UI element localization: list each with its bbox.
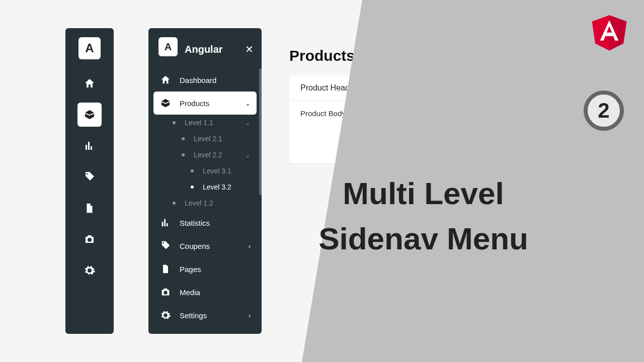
brand-logo[interactable]: A <box>158 37 178 56</box>
nav-label: Media <box>180 288 251 297</box>
sub-item-level-1-1[interactable]: Level 1.1 ⌄ <box>166 115 257 131</box>
nav-label: Statistics <box>180 219 251 227</box>
home-icon <box>84 77 96 89</box>
chevron-down-icon: ⌄ <box>245 151 251 159</box>
file-icon <box>84 202 95 215</box>
mini-item-products[interactable] <box>77 103 102 127</box>
camera-icon <box>159 287 172 298</box>
bullet-icon <box>173 202 176 205</box>
nav-label: Products <box>180 99 237 108</box>
part-number-badge: 2 <box>584 90 624 131</box>
bullet-icon <box>191 169 194 172</box>
nav-item-pages[interactable]: Pages <box>153 257 257 281</box>
headline-line-2: Sidenav Menu <box>318 216 528 261</box>
sidenav-collapsed: A <box>65 28 114 334</box>
mini-item-media[interactable] <box>77 227 102 251</box>
box-icon <box>84 109 96 121</box>
nav-label: Settings <box>180 311 240 320</box>
mini-item-pages[interactable] <box>77 196 102 220</box>
nav-item-media[interactable]: Media <box>153 281 257 304</box>
chart-icon <box>84 140 96 152</box>
mini-item-dashboard[interactable] <box>77 71 102 96</box>
nav-label: Coupens <box>180 242 240 250</box>
camera-icon <box>84 233 96 245</box>
nav-item-settings[interactable]: Settings › <box>153 304 257 327</box>
mini-item-settings[interactable] <box>77 258 102 283</box>
nav-item-coupens[interactable]: Coupens › <box>153 234 257 257</box>
file-icon <box>159 263 172 275</box>
brand-logo[interactable]: A <box>78 37 101 59</box>
home-icon <box>159 74 172 85</box>
gear-icon <box>159 310 172 321</box>
brand-title: Angular <box>185 44 238 55</box>
nav-item-products[interactable]: Products ⌄ <box>153 92 257 115</box>
promo-headline: Multi Level Sidenav Menu <box>318 171 528 261</box>
sub-item-level-2-2[interactable]: Level 2.2⌄ <box>175 147 257 163</box>
mini-item-statistics[interactable] <box>77 134 102 158</box>
chevron-down-icon: ⌄ <box>245 119 251 127</box>
chevron-right-icon: › <box>249 242 251 250</box>
bullet-icon <box>173 121 176 124</box>
box-icon <box>159 98 172 109</box>
chart-icon <box>159 217 172 228</box>
bullet-icon <box>191 186 194 189</box>
nav-label: Dashboard <box>180 76 251 84</box>
bullet-icon <box>182 153 185 156</box>
headline-line-1: Multi Level <box>318 171 528 216</box>
bullet-icon <box>182 137 185 140</box>
part-number-value: 2 <box>598 99 609 123</box>
angular-logo-icon <box>590 11 629 52</box>
scrollbar-thumb[interactable] <box>259 68 262 195</box>
sidenav-expanded: A Angular ✕ Dashboard Products ⌄ Level 1… <box>148 28 262 334</box>
sub-item-level-3-1[interactable]: Level 3.1 <box>184 163 257 179</box>
close-icon[interactable]: ✕ <box>245 43 254 55</box>
mini-item-coupens[interactable] <box>77 165 102 189</box>
sub-item-level-3-2[interactable]: Level 3.2 <box>184 179 257 195</box>
chevron-right-icon: › <box>249 312 251 319</box>
tag-icon <box>84 171 96 183</box>
sub-item-level-1-2[interactable]: Level 1.2 <box>166 195 257 211</box>
gear-icon <box>84 264 96 277</box>
nav-item-dashboard[interactable]: Dashboard <box>153 68 257 92</box>
chevron-down-icon: ⌄ <box>245 100 251 107</box>
sub-item-level-2-1[interactable]: Level 2.1 <box>175 131 257 147</box>
nav-item-statistics[interactable]: Statistics <box>153 211 257 234</box>
tag-icon <box>159 240 172 251</box>
nav-label: Pages <box>180 265 251 274</box>
